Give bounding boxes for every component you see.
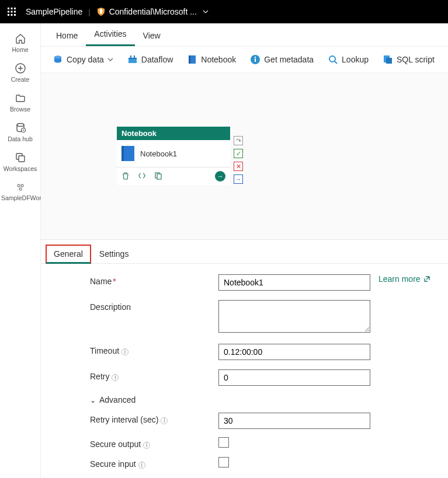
svg-point-13 bbox=[23, 130, 24, 131]
secure-input-label: Secure input bbox=[90, 459, 136, 469]
tool-label: Copy data bbox=[67, 55, 104, 64]
panel-tabs: General Settings bbox=[41, 240, 448, 264]
tool-dataflow[interactable]: Dataflow bbox=[121, 51, 179, 68]
sensitivity-label[interactable]: Confidential\Microsoft ... bbox=[109, 7, 197, 16]
info-icon[interactable]: i bbox=[138, 462, 145, 469]
svg-rect-1 bbox=[11, 8, 13, 9]
svg-point-18 bbox=[19, 188, 22, 190]
name-input[interactable] bbox=[218, 274, 370, 291]
svg-point-30 bbox=[329, 56, 335, 62]
tool-label: Get metadata bbox=[264, 55, 314, 64]
panel-tab-general[interactable]: General bbox=[46, 245, 91, 264]
svg-rect-6 bbox=[8, 14, 9, 16]
run-icon[interactable]: → bbox=[215, 171, 225, 182]
tool-sql-script[interactable]: SQL script bbox=[377, 51, 440, 68]
pipeline-canvas[interactable]: Notebook Notebook1 → ↷ ✓ ✕ → bbox=[41, 73, 448, 239]
svg-rect-21 bbox=[129, 59, 137, 63]
sidebar-label: Home bbox=[12, 46, 28, 53]
tool-lookup[interactable]: Lookup bbox=[322, 51, 374, 68]
sidebar-item-workspaces[interactable]: Workspaces bbox=[0, 147, 40, 177]
timeout-label: Timeout bbox=[90, 346, 119, 355]
notebook-icon bbox=[121, 146, 134, 161]
retry-interval-input[interactable] bbox=[218, 413, 370, 429]
sidebar-label: Data hub bbox=[8, 135, 33, 142]
sidebar-item-home[interactable]: Home bbox=[0, 28, 40, 58]
connector-skip[interactable]: → bbox=[234, 175, 243, 184]
copy-icon[interactable] bbox=[154, 172, 162, 182]
chevron-down-icon[interactable] bbox=[203, 8, 209, 16]
app-launcher-icon[interactable] bbox=[5, 5, 19, 19]
svg-rect-26 bbox=[189, 55, 190, 64]
tool-label: Notebook bbox=[201, 55, 236, 64]
connector-completion[interactable]: ↷ bbox=[234, 136, 243, 145]
info-icon[interactable]: i bbox=[112, 374, 119, 381]
tool-get-metadata[interactable]: Get metadata bbox=[244, 51, 319, 68]
sidebar-item-workspace-current[interactable]: SampleDFWorkspace bbox=[0, 177, 40, 207]
svg-rect-15 bbox=[19, 156, 25, 162]
name-label: Name bbox=[90, 277, 112, 286]
svg-rect-9 bbox=[100, 11, 102, 13]
tool-copy-data[interactable]: Copy data bbox=[47, 51, 119, 68]
secure-input-checkbox[interactable] bbox=[218, 457, 229, 467]
tool-label: Lookup bbox=[342, 55, 369, 64]
external-link-icon bbox=[423, 275, 430, 282]
svg-rect-29 bbox=[255, 57, 256, 58]
sidebar-label: Create bbox=[11, 76, 30, 83]
retry-interval-label: Retry interval (sec) bbox=[90, 415, 158, 424]
activities-toolbar: Copy data Dataflow Notebook Get metadata… bbox=[41, 47, 448, 73]
main-tabs: Home Activities View bbox=[41, 23, 448, 47]
svg-rect-34 bbox=[157, 174, 161, 179]
sidebar-label: Browse bbox=[10, 106, 30, 113]
svg-rect-3 bbox=[8, 11, 9, 13]
node-header: Notebook bbox=[117, 127, 230, 140]
retry-input[interactable] bbox=[218, 369, 370, 386]
svg-rect-0 bbox=[8, 8, 9, 9]
timeout-input[interactable] bbox=[218, 344, 370, 360]
sidebar-item-datahub[interactable]: Data hub bbox=[0, 117, 40, 147]
activity-node-notebook[interactable]: Notebook Notebook1 → bbox=[117, 127, 230, 185]
retry-label: Retry bbox=[90, 372, 109, 381]
info-icon[interactable]: i bbox=[161, 417, 168, 424]
svg-rect-2 bbox=[14, 8, 16, 9]
connector-failure[interactable]: ✕ bbox=[234, 162, 243, 171]
node-name: Notebook1 bbox=[140, 149, 177, 158]
svg-rect-7 bbox=[11, 14, 13, 16]
left-sidebar: Home Create Browse Data hub Workspaces S… bbox=[0, 23, 41, 478]
info-icon[interactable]: i bbox=[143, 442, 150, 449]
advanced-toggle[interactable]: Advanced bbox=[43, 395, 448, 404]
tool-notebook[interactable]: Notebook bbox=[181, 51, 242, 68]
shield-icon bbox=[96, 7, 106, 16]
tool-label: SQL script bbox=[397, 55, 435, 64]
description-label: Description bbox=[90, 302, 131, 312]
svg-rect-22 bbox=[129, 58, 137, 59]
svg-rect-28 bbox=[255, 58, 256, 62]
delete-icon[interactable] bbox=[121, 172, 130, 182]
sidebar-label: Workspaces bbox=[4, 165, 37, 172]
top-bar: SamplePipeline | Confidential\Microsoft … bbox=[0, 0, 448, 23]
svg-point-11 bbox=[17, 124, 24, 127]
svg-point-20 bbox=[54, 56, 61, 59]
info-icon[interactable]: i bbox=[121, 348, 129, 355]
learn-more-link[interactable]: Learn more bbox=[378, 274, 430, 284]
secure-output-checkbox[interactable] bbox=[218, 437, 229, 448]
tab-activities[interactable]: Activities bbox=[86, 23, 134, 46]
node-connectors: ↷ ✓ ✕ → bbox=[234, 136, 243, 184]
sidebar-item-create[interactable]: Create bbox=[0, 58, 40, 88]
description-input[interactable] bbox=[218, 300, 370, 333]
panel-tab-settings[interactable]: Settings bbox=[91, 245, 137, 263]
properties-panel: General Settings Name* Learn more Descri… bbox=[41, 239, 448, 478]
tab-home[interactable]: Home bbox=[48, 25, 86, 46]
connector-success[interactable]: ✓ bbox=[234, 149, 243, 158]
svg-rect-32 bbox=[386, 58, 392, 64]
learn-more-label: Learn more bbox=[378, 274, 421, 284]
sidebar-item-browse[interactable]: Browse bbox=[0, 88, 40, 117]
svg-rect-23 bbox=[130, 55, 131, 58]
svg-rect-8 bbox=[14, 14, 16, 16]
code-icon[interactable] bbox=[138, 172, 146, 182]
separator: | bbox=[88, 8, 90, 16]
pipeline-title: SamplePipeline bbox=[26, 7, 82, 16]
tab-view[interactable]: View bbox=[135, 25, 169, 46]
svg-rect-5 bbox=[14, 11, 16, 13]
tool-label: Dataflow bbox=[141, 55, 173, 64]
chevron-down-icon bbox=[107, 57, 113, 62]
